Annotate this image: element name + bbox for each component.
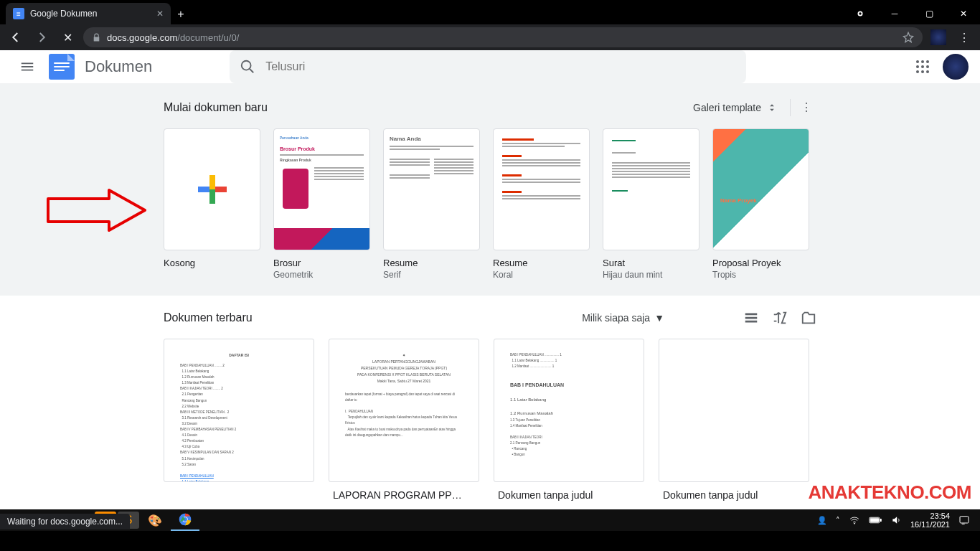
recent-heading: Dokumen terbaru <box>164 311 253 324</box>
browser-tab[interactable]: ≡ Google Dokumen ✕ <box>6 3 171 24</box>
plus-icon <box>198 175 227 204</box>
taskbar-clock[interactable]: 23:54 16/11/2021 <box>910 512 950 529</box>
badge-icon[interactable] <box>844 3 877 24</box>
url-input[interactable]: docs.google.com/document/u/0/ <box>83 27 923 47</box>
search-input[interactable] <box>265 60 736 73</box>
google-apps-button[interactable] <box>908 52 937 81</box>
templates-section: Mulai dokumen baru Galeri template ⋮ <box>0 83 980 296</box>
svg-rect-16 <box>870 519 878 522</box>
docs-favicon: ≡ <box>13 8 24 19</box>
template-gallery-button[interactable]: Galeri template <box>686 97 784 118</box>
svg-rect-15 <box>880 519 882 522</box>
forward-button[interactable] <box>32 27 52 47</box>
template-surat[interactable] <box>603 128 699 250</box>
search-icon <box>240 59 255 75</box>
sort-button[interactable] <box>772 310 788 326</box>
tray-wifi-icon[interactable] <box>849 515 860 525</box>
gallery-label: Galeri template <box>693 102 761 113</box>
recent-section: Dokumen terbaru Milik siapa saja ▼ DAFTA… <box>0 296 980 509</box>
url-path: /document/u/0/ <box>177 32 239 43</box>
maximize-button[interactable]: ▢ <box>913 3 946 24</box>
template-proposal[interactable]: Nama Proyek <box>712 128 809 250</box>
main-menu-button[interactable] <box>11 51 43 83</box>
product-name: Dokumen <box>85 57 152 76</box>
template-subtitle: Serif <box>383 270 480 280</box>
back-button[interactable] <box>6 27 26 47</box>
taskbar-app-paint[interactable]: 🎨 <box>141 509 169 531</box>
chevron-down-icon: ▼ <box>654 312 664 324</box>
stop-reload-button[interactable]: ✕ <box>57 27 77 47</box>
close-window-button[interactable]: ✕ <box>947 3 980 24</box>
tray-volume-icon[interactable] <box>890 515 902 525</box>
recent-doc[interactable] <box>659 339 809 482</box>
docs-header: Dokumen <box>0 50 980 83</box>
recent-doc[interactable]: BAB I PENDAHULUAN ................ 1 1.1… <box>494 339 644 482</box>
window-controls: ─ ▢ ✕ <box>844 3 980 24</box>
windows-taskbar: ⊞ S 🎨 👤 ˄ 23:54 16/11/2021 <box>0 509 980 531</box>
taskbar-app-chrome[interactable] <box>171 509 199 531</box>
search-box[interactable] <box>230 50 746 83</box>
new-tab-button[interactable]: + <box>171 4 191 24</box>
doc-title: Dokumen tanpa judul <box>659 489 809 501</box>
template-title: Kosong <box>164 258 260 268</box>
system-tray: 👤 ˄ 23:54 16/11/2021 <box>817 512 976 529</box>
browser-menu-button[interactable]: ⋮ <box>954 27 974 47</box>
template-title: Brosur <box>273 258 370 268</box>
templates-heading: Mulai dokumen baru <box>164 101 268 114</box>
extension-icon[interactable] <box>928 27 948 47</box>
template-subtitle: Koral <box>493 270 590 280</box>
browser-titlebar: ≡ Google Dokumen ✕ + ─ ▢ ✕ <box>0 0 980 24</box>
unfold-icon <box>767 101 777 114</box>
docs-logo-icon <box>49 54 75 80</box>
file-picker-button[interactable] <box>801 310 816 326</box>
owner-filter-label: Milik siapa saja <box>582 312 650 324</box>
template-subtitle: Geometrik <box>273 270 370 280</box>
tray-battery-icon[interactable] <box>869 516 882 524</box>
watermark-text: ANAKTEKNO.COM <box>809 481 972 504</box>
template-title: Surat <box>603 258 699 268</box>
template-title: Proposal Proyek <box>712 258 809 268</box>
template-blank[interactable] <box>164 128 260 250</box>
owner-filter[interactable]: Milik siapa saja ▼ <box>582 312 664 324</box>
minimize-button[interactable]: ─ <box>878 3 911 24</box>
list-view-button[interactable] <box>743 310 759 326</box>
doc-title: LAPORAN PROGRAM PP… <box>329 489 479 501</box>
template-subtitle: Tropis <box>712 270 809 280</box>
browser-address-bar: ✕ docs.google.com/document/u/0/ ⋮ <box>0 24 980 50</box>
recent-doc[interactable]: DAFTAR ISI BAB I PENDAHULUAN ........ 2 … <box>164 339 314 482</box>
lock-icon <box>92 33 101 42</box>
templates-more-button[interactable]: ⋮ <box>796 96 816 118</box>
browser-status: Waiting for docs.google.com... <box>0 514 130 529</box>
template-brosur[interactable]: Perusahaan Anda Brosur Produk Ringkasan … <box>273 128 370 250</box>
bookmark-star-icon[interactable] <box>903 32 914 43</box>
template-resume-serif[interactable]: Nama Anda <box>383 128 480 250</box>
template-title: Resume <box>493 258 590 268</box>
svg-rect-17 <box>960 517 969 523</box>
tray-people-icon[interactable]: 👤 <box>817 516 827 525</box>
tray-chevron-icon[interactable]: ˄ <box>836 516 840 525</box>
clock-date: 16/11/2021 <box>910 520 950 529</box>
clock-time: 23:54 <box>910 512 950 520</box>
svg-point-13 <box>854 523 854 524</box>
svg-point-2 <box>242 61 251 70</box>
template-title: Resume <box>383 258 480 268</box>
template-subtitle: Hijau daun mint <box>603 270 699 280</box>
recent-doc[interactable]: ✷ LAPORAN PERTANGGUNGJAWABAN PERSEKUTUAN… <box>329 339 479 482</box>
svg-point-1 <box>859 12 862 15</box>
page-content: Dokumen Mulai dokumen baru Galeri templa… <box>0 50 980 509</box>
url-host: docs.google.com <box>107 32 177 43</box>
tray-notifications-icon[interactable] <box>958 514 970 526</box>
account-avatar[interactable] <box>943 54 969 80</box>
tab-close-button[interactable]: ✕ <box>156 9 164 19</box>
template-resume-koral[interactable] <box>493 128 590 250</box>
doc-title: Dokumen tanpa judul <box>494 489 644 501</box>
separator <box>790 99 791 116</box>
tab-title: Google Dokumen <box>30 9 151 19</box>
